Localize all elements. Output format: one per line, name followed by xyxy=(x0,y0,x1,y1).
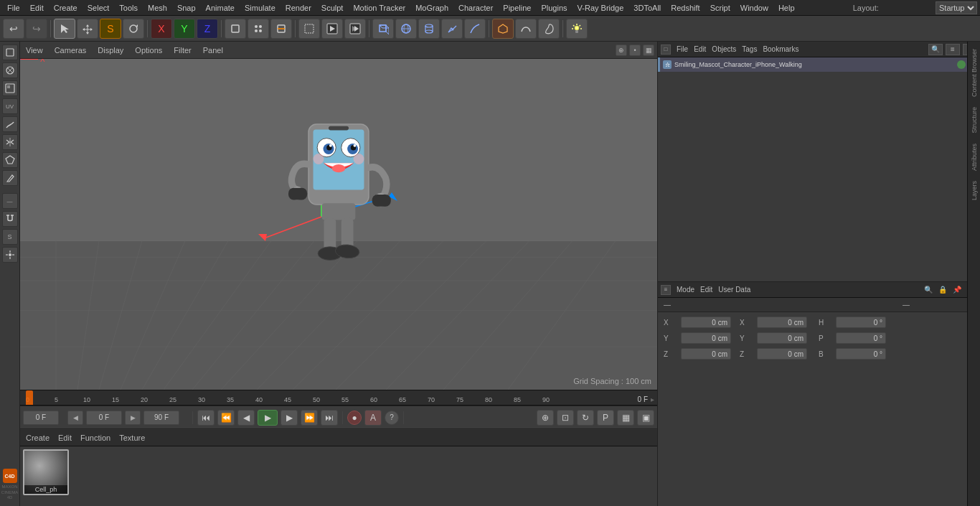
render-all-btn[interactable] xyxy=(344,19,366,39)
undo-btn[interactable]: ↩ xyxy=(3,19,24,39)
goto-start-btn[interactable]: ⏮ xyxy=(197,410,215,426)
menu-vray[interactable]: V-Ray Bridge xyxy=(573,2,628,14)
x-axis-btn[interactable]: X xyxy=(151,19,172,39)
vp-cameras-menu[interactable]: Cameras xyxy=(52,46,90,55)
move2-btn[interactable] xyxy=(2,247,18,263)
attr-lock-icon[interactable]: 🔒 xyxy=(937,284,948,296)
menu-sculpt[interactable]: Sculpt xyxy=(317,2,348,14)
menu-redshift[interactable]: Redshift xyxy=(666,2,704,14)
attr-search-icon[interactable]: 🔍 xyxy=(923,284,934,296)
menu-snap[interactable]: Snap xyxy=(173,2,200,14)
pen-tool-btn[interactable] xyxy=(441,19,463,39)
attr-mode-menu[interactable]: Mode xyxy=(677,286,694,294)
material-select-btn[interactable] xyxy=(2,80,18,96)
sculpt-btn[interactable] xyxy=(2,116,18,132)
menu-mesh[interactable]: Mesh xyxy=(143,2,171,14)
y2-input[interactable] xyxy=(757,332,807,344)
frame-counter[interactable]: 0 F ▸ xyxy=(638,395,654,403)
p-input[interactable] xyxy=(836,332,886,344)
x-input[interactable] xyxy=(681,317,731,328)
render-active-btn[interactable] xyxy=(321,19,343,39)
vp-view-menu[interactable]: View xyxy=(23,46,46,55)
layout-select[interactable]: Startup xyxy=(936,1,977,14)
obj-bookmarks-menu[interactable]: Bookmarks xyxy=(763,45,798,53)
object-mode-btn[interactable] xyxy=(225,19,246,39)
menu-simulate[interactable]: Simulate xyxy=(240,2,280,14)
texture-paint-btn[interactable] xyxy=(2,62,18,78)
obj-search-btn[interactable]: 🔍 xyxy=(928,44,943,55)
menu-file[interactable]: File xyxy=(3,2,24,14)
redo-btn[interactable]: ↪ xyxy=(26,19,47,39)
menu-character[interactable]: Character xyxy=(454,2,497,14)
3d-viewport[interactable]: Perspective xyxy=(20,59,657,390)
vp-icon-dot[interactable]: • xyxy=(629,44,641,56)
menu-create[interactable]: Create xyxy=(50,2,82,14)
mat-edit-menu[interactable]: Edit xyxy=(58,434,72,442)
symmetry-btn[interactable] xyxy=(2,134,18,150)
edge-mode-btn[interactable] xyxy=(270,19,292,39)
pb-scale-btn[interactable]: ⊡ xyxy=(557,410,574,426)
playback-left-arrow[interactable]: ◀ xyxy=(67,411,83,425)
menu-3dtoall[interactable]: 3DToAll xyxy=(629,2,665,14)
select-tool-btn[interactable] xyxy=(54,19,75,39)
menu-render[interactable]: Render xyxy=(281,2,316,14)
attr-pin-icon[interactable]: 📌 xyxy=(951,284,963,296)
z2-input[interactable] xyxy=(757,348,807,360)
menu-animate[interactable]: Animate xyxy=(202,2,239,14)
play-fwd-btn[interactable]: ⏩ xyxy=(301,410,318,426)
obj-file-menu[interactable]: File xyxy=(677,45,688,53)
attr-edit-menu[interactable]: Edit xyxy=(700,286,712,294)
step-back-btn[interactable]: ◀ xyxy=(237,410,255,426)
obj-filter-btn[interactable]: ≡ xyxy=(946,44,960,55)
pb-mode-btn[interactable]: ▣ xyxy=(637,410,654,426)
menu-script[interactable]: Script xyxy=(706,2,735,14)
record-btn[interactable]: ● xyxy=(347,411,362,425)
vp-filter-menu[interactable]: Filter xyxy=(171,46,194,55)
menu-plugins[interactable]: Plugins xyxy=(537,2,571,14)
knife-btn[interactable] xyxy=(2,170,18,186)
obj-edit-menu[interactable]: Edit xyxy=(694,45,706,53)
move-tool-btn[interactable] xyxy=(77,19,98,39)
mat-create-menu[interactable]: Create xyxy=(26,434,50,442)
cylinder-btn[interactable] xyxy=(418,19,440,39)
end-frame-input[interactable] xyxy=(143,411,179,425)
deformer-btn[interactable] xyxy=(538,19,560,39)
mat-texture-menu[interactable]: Texture xyxy=(119,434,145,442)
z-axis-btn[interactable]: Z xyxy=(197,19,218,39)
menu-mograph[interactable]: MoGraph xyxy=(411,2,453,14)
poly-obj-btn[interactable] xyxy=(492,19,514,39)
rotate-tool-btn[interactable] xyxy=(123,19,144,39)
start-frame-input[interactable] xyxy=(23,411,59,425)
light-btn[interactable] xyxy=(566,19,588,39)
bp-uv-btn[interactable]: UV xyxy=(2,98,18,114)
playback-right-arrow[interactable]: ▶ xyxy=(125,411,141,425)
menu-motion-tracker[interactable]: Motion Tracker xyxy=(349,2,410,14)
menu-select[interactable]: Select xyxy=(83,2,114,14)
menu-window[interactable]: Window xyxy=(736,2,773,14)
pb-grid-btn[interactable]: ▦ xyxy=(617,410,634,426)
mat-function-menu[interactable]: Function xyxy=(80,434,110,442)
vp-icon-grid[interactable]: ▦ xyxy=(643,44,654,56)
nurbs-btn[interactable] xyxy=(515,19,537,39)
menu-tools[interactable]: Tools xyxy=(115,2,142,14)
magnet-btn[interactable] xyxy=(2,211,18,227)
auto-key-btn[interactable]: A xyxy=(364,410,382,426)
menu-pipeline[interactable]: Pipeline xyxy=(499,2,535,14)
obj-tags-menu[interactable]: Tags xyxy=(742,45,757,53)
content-browser-tab[interactable]: Content Browser xyxy=(969,44,979,101)
help-btn[interactable]: ? xyxy=(385,411,399,425)
menu-edit[interactable]: Edit xyxy=(26,2,48,14)
layers-tab[interactable]: Layers xyxy=(969,177,979,205)
vp-icon-arrows[interactable]: ⊕ xyxy=(616,44,627,56)
y-input[interactable] xyxy=(681,332,731,344)
edge-cut-btn[interactable]: — xyxy=(2,193,18,209)
playhead[interactable] xyxy=(26,390,33,406)
play-back-btn[interactable]: ⏪ xyxy=(217,410,235,426)
attr-user-data-menu[interactable]: User Data xyxy=(718,286,750,294)
material-preview[interactable]: Cell_ph xyxy=(23,449,69,495)
sphere-btn[interactable] xyxy=(395,19,417,39)
goto-end-btn[interactable]: ⏭ xyxy=(321,410,338,426)
obj-visibility-toggle[interactable] xyxy=(957,60,966,69)
cube-btn[interactable] xyxy=(372,19,394,39)
h-input[interactable] xyxy=(836,317,886,328)
